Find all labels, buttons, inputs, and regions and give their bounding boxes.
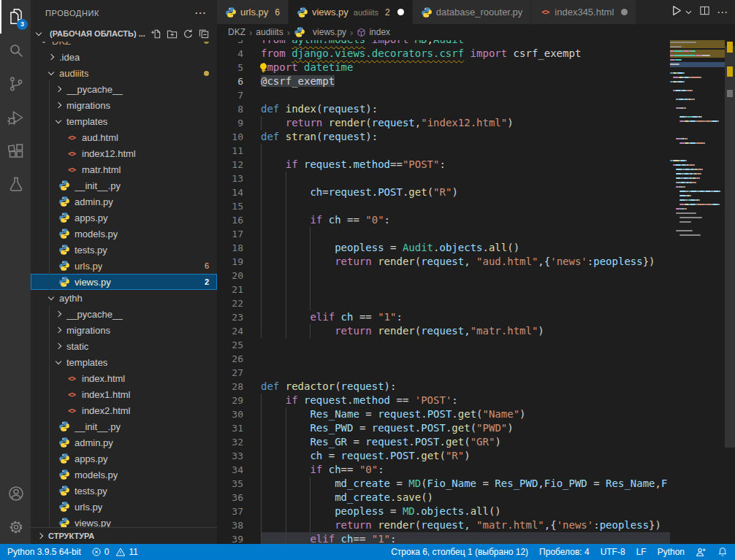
tree-item-index1.html[interactable]: <>index1.html: [31, 386, 217, 402]
unsaved-dot[interactable]: [621, 9, 628, 15]
line-content[interactable]: def stran(request):: [261, 130, 670, 144]
line-content[interactable]: if ch== "0":: [261, 463, 670, 477]
tree-item-templates[interactable]: templates: [31, 113, 217, 129]
workspace-section-header[interactable]: (РАБОЧАЯ ОБЛАСТЬ) ...: [31, 26, 217, 42]
line-content[interactable]: Res_PWD = request.POST.get("PWD"): [261, 421, 670, 435]
line-content[interactable]: [261, 366, 670, 380]
tab-urls.py[interactable]: urls.py6: [217, 0, 288, 24]
code-line-24[interactable]: 24 return render(request,"matr.html"): [217, 324, 670, 338]
code-line-16[interactable]: 16 if ch == "0":: [217, 213, 670, 227]
code-line-22[interactable]: 22: [217, 296, 670, 310]
code-line-8[interactable]: 8def index(request):: [217, 102, 670, 116]
tree-item-apps.py[interactable]: apps.py: [31, 210, 217, 226]
code-line-17[interactable]: 17: [217, 227, 670, 241]
code-line-18[interactable]: 18 peopless = Audit.objects.all(): [217, 241, 670, 255]
line-content[interactable]: if request.method=="POST":: [261, 158, 670, 172]
code-line-37[interactable]: 37 peopless = MD.objects.all(): [217, 505, 670, 518]
status-feedback[interactable]: [696, 547, 707, 558]
line-content[interactable]: md_create.save(): [261, 491, 670, 505]
collapse-all-icon[interactable]: [199, 28, 210, 39]
breadcrumb-item-DKZ[interactable]: DKZ: [228, 27, 245, 37]
tree-item-views.py[interactable]: views.py2: [31, 274, 217, 290]
line-content[interactable]: ch = request.POST.get("R"): [261, 449, 670, 463]
code-line-11[interactable]: 11: [217, 144, 670, 158]
overview-ruler-scrollbar[interactable]: [725, 40, 735, 544]
code-line-28[interactable]: 28def redactor(request):: [217, 380, 670, 394]
line-content[interactable]: md_create = MD(Fio_Name = Res_PWD,Fio_PW…: [261, 477, 670, 491]
line-content[interactable]: if request.method == 'POST':: [261, 394, 670, 407]
line-content[interactable]: [261, 144, 670, 158]
scrollbar-thumb[interactable]: [725, 46, 735, 448]
tree-item-views.py[interactable]: views.py: [31, 515, 217, 527]
code-line-9[interactable]: 9 return render(request,"index12.html"): [217, 116, 670, 130]
status-problems[interactable]: 011: [91, 547, 138, 557]
line-content[interactable]: [261, 296, 670, 310]
line-content[interactable]: peopless = MD.objects.all(): [261, 505, 670, 518]
line-content[interactable]: return render(request, "matr.html",{'new…: [261, 518, 670, 532]
tree-item-__init__.py[interactable]: __init__.py: [31, 418, 217, 434]
code-line-14[interactable]: 14 ch=request.POST.get("R"): [217, 185, 670, 199]
code-line-5[interactable]: 5import datetime: [217, 61, 670, 74]
outline-section-header[interactable]: СТРУКТУРА: [31, 527, 217, 544]
status-language-mode[interactable]: Python: [658, 547, 685, 557]
line-content[interactable]: peopless = Audit.objects.all(): [261, 241, 670, 255]
sidebar-more-icon[interactable]: ⋯: [194, 6, 207, 20]
tree-item-__pycache__[interactable]: __pycache__: [31, 306, 217, 322]
line-content[interactable]: [261, 283, 670, 296]
minimap[interactable]: [670, 40, 725, 544]
tree-item-static[interactable]: static: [31, 338, 217, 354]
breadcrumb-item-audiiits[interactable]: audiiits: [256, 27, 283, 37]
line-content[interactable]: ch=request.POST.get("R"): [261, 185, 670, 199]
line-content[interactable]: elif ch == "1":: [261, 310, 670, 324]
tree-item-aythh[interactable]: aythh: [31, 290, 217, 306]
line-content[interactable]: return render(request, "aud.html",{'news…: [261, 255, 670, 269]
code-line-12[interactable]: 12 if request.method=="POST":: [217, 158, 670, 172]
code-line-23[interactable]: 23 elif ch == "1":: [217, 310, 670, 324]
run-and-debug-icon[interactable]: [0, 101, 31, 134]
line-content[interactable]: [261, 88, 670, 102]
code-line-3[interactable]: 3from aythh.models import MD,Audit: [217, 40, 670, 47]
tree-item-admin.py[interactable]: admin.py: [31, 434, 217, 450]
code-line-10[interactable]: 10def stran(request):: [217, 130, 670, 144]
tree-item-migrations[interactable]: migrations: [31, 322, 217, 338]
line-content[interactable]: [261, 269, 670, 283]
line-content[interactable]: def index(request):: [261, 102, 670, 116]
tree-item-.idea[interactable]: .idea: [31, 49, 217, 65]
code-line-27[interactable]: 27: [217, 366, 670, 380]
tree-item-__pycache__[interactable]: __pycache__: [31, 81, 217, 97]
run-icon[interactable]: [670, 4, 682, 20]
breadcrumb-item-views.py[interactable]: views.py: [294, 26, 346, 38]
tab-database_roouter.py[interactable]: database_roouter.py: [413, 0, 531, 24]
tree-item-matr.html[interactable]: <>matr.html: [31, 161, 217, 177]
tree-item-aud.html[interactable]: <>aud.html: [31, 129, 217, 145]
code-line-39[interactable]: 39 elif ch== "1":: [217, 532, 670, 544]
search-icon[interactable]: [0, 34, 31, 67]
status-python-interpreter[interactable]: Python 3.9.5 64-bit: [7, 547, 81, 557]
code-line-13[interactable]: 13: [217, 172, 670, 185]
code-line-33[interactable]: 33 ch = request.POST.get("R"): [217, 449, 670, 463]
explorer-icon[interactable]: 3: [0, 0, 31, 34]
tree-item-urls.py[interactable]: urls.py6: [31, 258, 217, 274]
line-content[interactable]: Res_Name = request.POST.get("Name"): [261, 407, 670, 421]
code-line-7[interactable]: 7: [217, 88, 670, 102]
lightbulb-icon[interactable]: [258, 62, 269, 76]
tree-item-DKZ[interactable]: DKZ: [31, 42, 217, 49]
extensions-icon[interactable]: [0, 134, 31, 168]
line-content[interactable]: @csrf_exempt: [261, 74, 670, 88]
line-content[interactable]: [261, 199, 670, 213]
tree-item-migrations[interactable]: migrations: [31, 97, 217, 113]
testing-icon[interactable]: [0, 168, 31, 202]
code-line-32[interactable]: 32 Res_GR = request.POST.get("GR"): [217, 435, 670, 449]
tree-item-templates[interactable]: templates: [31, 354, 217, 370]
code-line-31[interactable]: 31 Res_PWD = request.POST.get("PWD"): [217, 421, 670, 435]
tree-item-models.py[interactable]: models.py: [31, 226, 217, 242]
settings-icon[interactable]: [0, 510, 31, 544]
line-content[interactable]: def redactor(request):: [261, 380, 670, 394]
line-content[interactable]: Res_GR = request.POST.get("GR"): [261, 435, 670, 449]
line-content[interactable]: [261, 172, 670, 185]
tree-item-admin.py[interactable]: admin.py: [31, 193, 217, 210]
code-editor[interactable]: 3from aythh.models import MD,Audit4from …: [217, 40, 735, 544]
code-line-6[interactable]: 6@csrf_exempt: [217, 74, 670, 88]
code-line-15[interactable]: 15: [217, 199, 670, 213]
tree-item-index.html[interactable]: <>index.html: [31, 370, 217, 386]
